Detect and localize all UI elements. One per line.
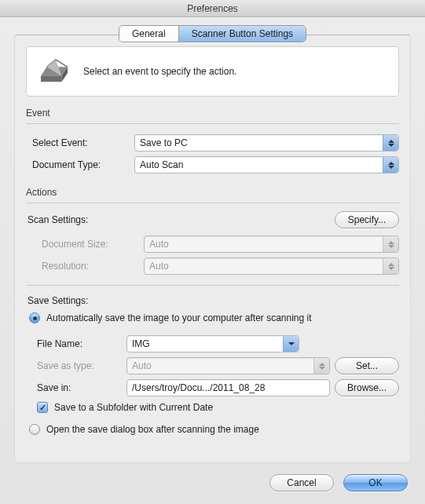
actions-group-label: Actions bbox=[26, 187, 399, 198]
document-type-value: Auto Scan bbox=[140, 159, 183, 170]
document-type-label: Document Type: bbox=[32, 159, 134, 170]
file-name-label: File Name: bbox=[37, 338, 122, 349]
save-in-field[interactable]: /Users/troy/Docu.../2011_08_28 bbox=[126, 379, 330, 396]
scanner-icon bbox=[39, 58, 69, 85]
open-dialog-radio[interactable] bbox=[29, 424, 40, 435]
actions-group: Actions Scan Settings: Specify... Docume… bbox=[26, 187, 399, 438]
file-name-combo[interactable]: IMG bbox=[126, 335, 299, 352]
divider bbox=[26, 123, 399, 124]
auto-save-settings: File Name: IMG Save as type: Auto Set... bbox=[26, 333, 399, 416]
open-dialog-radio-label: Open the save dialog box after scanning … bbox=[46, 424, 259, 435]
resolution-value: Auto bbox=[149, 261, 169, 272]
subfolder-checkbox[interactable] bbox=[37, 402, 48, 413]
save-as-type-label: Save as type: bbox=[37, 360, 122, 371]
browse-button[interactable]: Browse... bbox=[335, 379, 399, 396]
dropdown-arrows-icon bbox=[383, 157, 398, 173]
set-button[interactable]: Set... bbox=[335, 357, 399, 374]
document-size-label: Document Size: bbox=[42, 239, 144, 250]
dropdown-arrows-icon bbox=[313, 358, 329, 374]
auto-save-radio-row[interactable]: Automatically save the image to your com… bbox=[26, 309, 399, 327]
tab-bar: General Scanner Button Settings bbox=[0, 25, 425, 42]
auto-save-radio-label: Automatically save the image to your com… bbox=[46, 312, 312, 323]
window-title: Preferences bbox=[187, 3, 238, 14]
save-as-type-value: Auto bbox=[132, 360, 152, 371]
resolution-dropdown: Auto bbox=[144, 257, 399, 275]
subfolder-check-row[interactable]: Save to a Subfolder with Current Date bbox=[37, 399, 399, 416]
window-titlebar: Preferences bbox=[0, 0, 425, 17]
select-event-dropdown[interactable]: Save to PC bbox=[134, 134, 399, 152]
specify-button[interactable]: Specify... bbox=[335, 211, 399, 228]
document-type-dropdown[interactable]: Auto Scan bbox=[134, 156, 399, 173]
dropdown-arrows-icon bbox=[383, 135, 398, 151]
save-settings-label: Save Settings: bbox=[26, 294, 399, 309]
document-size-value: Auto bbox=[149, 239, 169, 250]
select-event-value: Save to PC bbox=[140, 137, 188, 148]
hero-text: Select an event to specify the action. bbox=[83, 66, 236, 77]
auto-save-radio[interactable] bbox=[29, 312, 40, 323]
cancel-button[interactable]: Cancel bbox=[269, 474, 334, 491]
document-size-dropdown: Auto bbox=[144, 236, 399, 253]
dropdown-arrow-icon bbox=[283, 336, 299, 352]
file-name-value: IMG bbox=[132, 338, 150, 349]
scan-settings-label: Scan Settings: bbox=[27, 214, 88, 225]
divider bbox=[26, 285, 399, 286]
ok-button[interactable]: OK bbox=[343, 474, 408, 491]
save-in-value: /Users/troy/Docu.../2011_08_28 bbox=[132, 382, 265, 393]
open-dialog-radio-row[interactable]: Open the save dialog box after scanning … bbox=[26, 421, 399, 438]
save-as-type-dropdown: Auto bbox=[126, 357, 330, 374]
tab-general[interactable]: General bbox=[119, 26, 178, 42]
footer-buttons: Cancel OK bbox=[269, 474, 408, 491]
divider bbox=[26, 203, 399, 203]
resolution-label: Resolution: bbox=[42, 261, 144, 272]
event-group: Event Select Event: Save to PC Document … bbox=[26, 108, 399, 176]
tab-segmented-control: General Scanner Button Settings bbox=[119, 25, 306, 42]
dropdown-arrows-icon bbox=[383, 236, 398, 252]
save-in-label: Save in: bbox=[37, 382, 122, 393]
subfolder-check-label: Save to a Subfolder with Current Date bbox=[54, 402, 213, 413]
dropdown-arrows-icon bbox=[383, 258, 398, 274]
content-pane: Select an event to specify the action. E… bbox=[14, 35, 411, 463]
event-group-label: Event bbox=[26, 108, 399, 119]
tab-scanner-button-settings[interactable]: Scanner Button Settings bbox=[178, 26, 306, 42]
select-event-label: Select Event: bbox=[32, 137, 134, 148]
hero-banner: Select an event to specify the action. bbox=[26, 46, 399, 97]
